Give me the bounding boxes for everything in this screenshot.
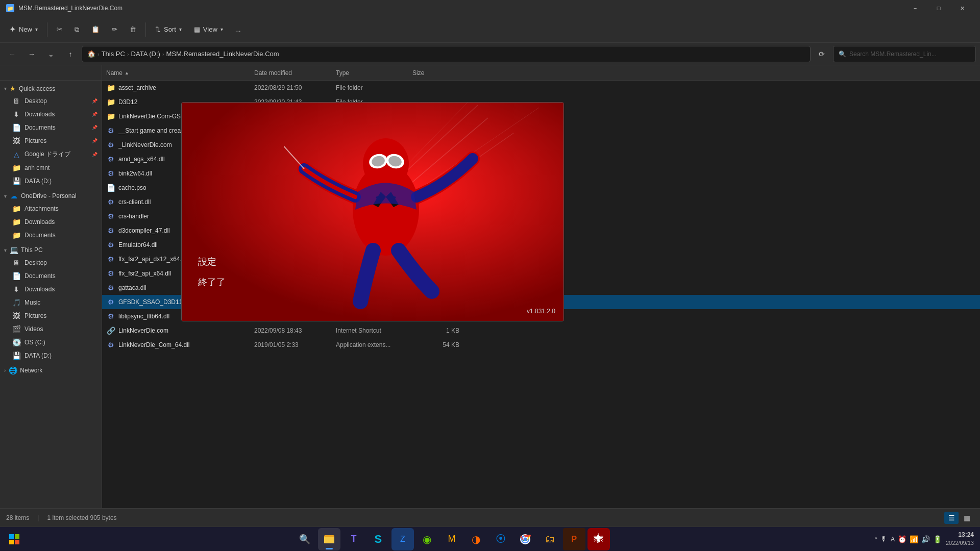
input-icon[interactable]: A [891, 536, 895, 543]
clock-icon[interactable]: ⏰ [898, 535, 906, 543]
forward-button[interactable]: → [23, 46, 40, 62]
table-row[interactable]: 🔗 LinkNeverDie.com 2022/09/08 18:43 Inte… [102, 323, 980, 338]
sidebar-item-music[interactable]: 🎵 Music [0, 296, 102, 309]
breadcrumb-data[interactable]: DATA (D:) [131, 50, 160, 58]
copy-button[interactable]: ⧉ [69, 22, 84, 37]
rename-button[interactable]: ✏ [107, 22, 122, 36]
downloads-icon: ⬇ [12, 110, 20, 118]
sidebar-item-attachments[interactable]: 📁 Attachments [0, 202, 102, 215]
taskbar-zoom[interactable]: Z [391, 528, 414, 550]
file-icon: 📁 [106, 97, 115, 107]
sidebar-item-downloads-od[interactable]: 📁 Downloads [0, 215, 102, 229]
sidebar-item-pictures-pc[interactable]: 🖼 Pictures [0, 309, 102, 322]
sidebar-item-downloads-pc[interactable]: ⬇ Downloads [0, 283, 102, 296]
col-header-size[interactable]: Size [408, 69, 459, 77]
wifi-icon[interactable]: 📶 [910, 535, 918, 543]
tiles-view-button[interactable]: ▦ [960, 512, 974, 524]
taskbar-spiderman[interactable]: 🕷 [587, 528, 610, 550]
col-header-date[interactable]: Date modified [250, 69, 332, 77]
taskbar-powerpoint[interactable]: P [563, 528, 585, 550]
refresh-button[interactable]: ⟳ [814, 46, 830, 62]
sidebar-onedrive-header[interactable]: ▾ ☁ OneDrive - Personal [0, 190, 102, 202]
pictures-icon: 🖼 [12, 312, 20, 320]
sidebar-item-documents-pc[interactable]: 📄 Documents [0, 269, 102, 283]
sidebar-item-desktop[interactable]: 🖥 Desktop 📌 [0, 94, 102, 108]
taskbar-search[interactable]: 🔍 [293, 528, 316, 550]
battery-icon[interactable]: 🔋 [933, 535, 942, 543]
tray-expand[interactable]: ^ [875, 536, 877, 542]
col-header-name[interactable]: Name ▲ [102, 69, 250, 77]
desktop-icon: 🖥 [12, 259, 20, 267]
svg-point-21 [523, 537, 527, 541]
close-button[interactable]: ✕ [950, 0, 974, 16]
start-button[interactable] [0, 527, 29, 552]
svg-rect-18 [324, 537, 334, 543]
sidebar-item-osc[interactable]: 💽 OS (C:) [0, 336, 102, 349]
svg-rect-15 [9, 540, 14, 544]
search-box[interactable]: 🔍 Search MSM.Remastered_Lin... [833, 46, 976, 62]
view-button[interactable]: ▦ View ▾ [189, 22, 228, 36]
time-display: 13:24 2022/09/13 [946, 531, 974, 547]
file-icon: ⚙ [106, 297, 115, 307]
more-button[interactable]: ... [230, 22, 246, 36]
up-button[interactable]: ↑ [62, 46, 79, 62]
taskbar-app7[interactable]: ◑ [465, 528, 487, 550]
taskbar-app3[interactable]: S [367, 528, 389, 550]
minimize-button[interactable]: − [903, 0, 927, 16]
app-icon: 📁 [6, 4, 14, 12]
paste-button[interactable]: 📋 [86, 22, 105, 36]
mic-icon[interactable]: 🎙 [880, 535, 888, 543]
svg-line-12 [284, 118, 304, 169]
sidebar-item-label: Downloads [24, 111, 55, 118]
sidebar-item-label: anh cmnt [24, 164, 50, 171]
back-button[interactable]: ← [4, 46, 20, 62]
file-icon: ⚙ [106, 155, 115, 164]
sidebar-item-anhcmnt[interactable]: 📁 anh cmnt [0, 161, 102, 174]
volume-icon[interactable]: 🔊 [921, 535, 930, 543]
folder-icon: 📁 [12, 231, 20, 239]
sidebar-item-desktop-pc[interactable]: 🖥 Desktop [0, 256, 102, 269]
sidebar-item-documents-qa[interactable]: 📄 Documents 📌 [0, 121, 102, 134]
breadcrumb-thispc[interactable]: This PC [102, 50, 125, 58]
sidebar-item-data-pc[interactable]: 💾 DATA (D:) [0, 349, 102, 362]
table-row[interactable]: 📁 asset_archive 2022/08/29 21:50 File fo… [102, 81, 980, 95]
sidebar-quickaccess-header[interactable]: ▾ ★ Quick access [0, 83, 102, 94]
col-header-type[interactable]: Type [332, 69, 408, 77]
sidebar-item-downloads-qa[interactable]: ⬇ Downloads 📌 [0, 108, 102, 121]
sidebar-thispc-header[interactable]: ▾ 💻 This PC [0, 244, 102, 256]
breadcrumb[interactable]: 🏠 › This PC › DATA (D:) › MSM.Remastered… [82, 46, 811, 62]
maximize-button[interactable]: □ [927, 0, 950, 16]
breadcrumb-folder[interactable]: MSM.Remastered_LinkNeverDie.Com [166, 50, 279, 58]
file-type: File folder [336, 84, 412, 91]
taskbar-app6[interactable]: M [440, 528, 463, 550]
taskbar-files[interactable]: 🗂 [538, 528, 561, 550]
file-date: 2022/09/08 18:43 [254, 327, 336, 334]
file-icon: ⚙ [106, 283, 115, 292]
taskbar-teams[interactable]: T [342, 528, 365, 550]
overlay-exit[interactable]: 終了了 [194, 274, 230, 290]
taskbar-chrome[interactable] [514, 528, 536, 550]
delete-button[interactable]: 🗑 [125, 22, 141, 36]
explorer-icon [323, 533, 335, 545]
sidebar-item-googledrive[interactable]: △ Google ドライブ 📌 [0, 147, 102, 161]
sidebar-network-header[interactable]: › 🌐 Network [0, 364, 102, 377]
file-icon: ⚙ [106, 269, 115, 278]
cut-button[interactable]: ✂ [52, 22, 67, 36]
sort-button[interactable]: ⇅ Sort ▾ [150, 22, 187, 36]
sidebar-item-videos[interactable]: 🎬 Videos [0, 322, 102, 336]
file-name: asset_archive [118, 84, 254, 91]
details-view-button[interactable]: ☰ [944, 512, 959, 524]
chevron-down-icon: ▾ [4, 247, 7, 253]
sidebar-item-data-qa[interactable]: 💾 DATA (D:) [0, 174, 102, 188]
overlay-settings[interactable]: 設定 [194, 254, 230, 270]
taskbar-edge[interactable]: ⦿ [489, 528, 512, 550]
recent-locations-button[interactable]: ⌄ [43, 46, 59, 62]
sidebar-item-documents-od[interactable]: 📁 Documents [0, 229, 102, 242]
new-button[interactable]: ✦ New ▾ [4, 21, 43, 37]
sidebar-item-pictures-qa[interactable]: 🖼 Pictures 📌 [0, 134, 102, 147]
sys-tray: ^ 🎙 A ⏰ 📶 🔊 🔋 [875, 535, 942, 543]
taskbar-app5[interactable]: ◉ [416, 528, 438, 550]
taskbar-explorer[interactable] [318, 528, 340, 550]
table-row[interactable]: ⚙ LinkNeverDie_Com_64.dll 2019/01/05 2:3… [102, 338, 980, 352]
file-icon: 🔗 [106, 326, 115, 335]
